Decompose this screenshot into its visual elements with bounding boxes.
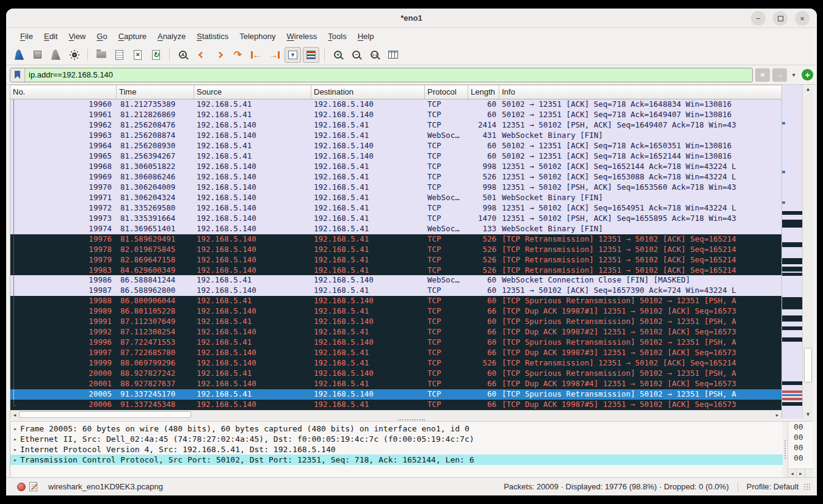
- menu-telephony[interactable]: Telephony: [234, 30, 281, 43]
- scroll-right-arrow[interactable]: ▸: [773, 411, 781, 419]
- packet-row-19992[interactable]: 1999287.112308254192.168.5.140192.168.5.…: [10, 327, 781, 337]
- packet-row-19987[interactable]: 1998786.588962800192.168.5.140192.168.5.…: [10, 286, 781, 296]
- filter-dropdown-caret[interactable]: ▾: [789, 71, 798, 78]
- filter-apply-button[interactable]: →: [772, 68, 787, 82]
- find-packet-button[interactable]: A: [175, 47, 191, 63]
- column-header-source[interactable]: Source: [194, 85, 311, 99]
- capture-comment-icon[interactable]: [29, 482, 37, 491]
- packet-row-19965[interactable]: 1996581.256394267192.168.5.41192.168.5.1…: [10, 151, 781, 162]
- packet-row-19991[interactable]: 1999187.112307649192.168.5.41192.168.5.1…: [10, 317, 781, 327]
- minimize-button[interactable]: −: [751, 11, 766, 26]
- go-to-packet-button[interactable]: ↷: [230, 47, 246, 63]
- zoom-out-button[interactable]: −: [348, 47, 364, 63]
- menu-tools[interactable]: Tools: [322, 30, 352, 43]
- menu-edit[interactable]: Edit: [38, 30, 63, 43]
- vscroll-thumb[interactable]: [804, 348, 812, 383]
- expander-icon[interactable]: ▸: [10, 455, 20, 465]
- profile-label[interactable]: Profile: Default: [747, 482, 799, 491]
- packet-row-19988[interactable]: 1998886.800906044192.168.5.41192.168.5.1…: [10, 296, 781, 306]
- scroll-up-arrow[interactable]: ▲: [803, 85, 813, 93]
- packet-row-19972[interactable]: 1997281.335269580192.168.5.140192.168.5.…: [10, 203, 781, 214]
- column-header-length[interactable]: Length: [468, 85, 499, 99]
- filter-clear-button[interactable]: ×: [755, 68, 770, 82]
- menu-help[interactable]: Help: [352, 30, 380, 43]
- open-file-button[interactable]: [93, 47, 109, 63]
- expert-info-icon[interactable]: [17, 483, 26, 491]
- column-header-time[interactable]: Time: [117, 85, 194, 99]
- detail-line-0[interactable]: ▸Frame 20005: 60 bytes on wire (480 bits…: [10, 423, 783, 434]
- packet-row-19974[interactable]: 1997481.369651401192.168.5.140192.168.5.…: [10, 224, 781, 234]
- resize-grip[interactable]: [803, 483, 811, 491]
- packet-row-20000[interactable]: 2000088.927827242192.168.5.41192.168.5.1…: [10, 369, 781, 379]
- packet-row-19996[interactable]: 1999687.722471553192.168.5.41192.168.5.1…: [10, 337, 781, 348]
- expander-icon[interactable]: ▸: [10, 434, 20, 444]
- scroll-left-arrow[interactable]: ◂: [10, 411, 19, 419]
- bytes-hscrollbar[interactable]: ◂ ▸: [788, 469, 813, 477]
- packet-row-19983[interactable]: 1998384.629600349192.168.5.140192.168.5.…: [10, 265, 781, 276]
- zoom-original-button[interactable]: 1:1: [366, 47, 383, 63]
- column-header-no[interactable]: No.: [10, 85, 117, 99]
- menu-analyze[interactable]: Analyze: [152, 30, 191, 43]
- save-file-button[interactable]: [111, 47, 128, 63]
- menu-statistics[interactable]: Statistics: [191, 30, 234, 43]
- menu-capture[interactable]: Capture: [113, 30, 152, 43]
- detail-line-2[interactable]: ▸Internet Protocol Version 4, Src: 192.1…: [10, 444, 783, 455]
- packet-row-19970[interactable]: 1997081.306204009192.168.5.140192.168.5.…: [10, 182, 781, 193]
- bytes-scroll-right-arrow[interactable]: ▸: [797, 469, 805, 478]
- close-button[interactable]: ×: [795, 11, 810, 26]
- packet-row-19964[interactable]: 1996481.256208930192.168.5.41192.168.5.1…: [10, 141, 781, 151]
- filter-add-button[interactable]: +: [802, 69, 813, 81]
- packet-row-19971[interactable]: 1997181.306204324192.168.5.140192.168.5.…: [10, 193, 781, 203]
- stop-capture-button[interactable]: [29, 47, 46, 63]
- packet-row-19989[interactable]: 1998986.801105228192.168.5.140192.168.5.…: [10, 306, 781, 317]
- packet-row-19960[interactable]: 1996081.212735389192.168.5.41192.168.5.1…: [10, 99, 781, 110]
- packet-row-19961[interactable]: 1996181.212826869192.168.5.41192.168.5.1…: [10, 110, 781, 120]
- title-bar[interactable]: *eno1 − ×: [6, 9, 817, 28]
- menu-wireless[interactable]: Wireless: [281, 30, 323, 43]
- intelligent-scrollbar-minimap[interactable]: [781, 85, 802, 419]
- zoom-in-button[interactable]: +: [330, 47, 346, 63]
- hscroll-thumb[interactable]: [19, 411, 191, 418]
- close-file-button[interactable]: ×: [129, 47, 146, 63]
- packet-list-vscrollbar[interactable]: ▲ ▼: [802, 85, 813, 419]
- first-packet-button[interactable]: ←: [248, 47, 264, 63]
- expander-icon[interactable]: ▸: [10, 444, 20, 455]
- packet-row-19979[interactable]: 1997982.869647158192.168.5.140192.168.5.…: [10, 255, 781, 265]
- packet-row-19976[interactable]: 1997681.589629491192.168.5.140192.168.5.…: [10, 234, 781, 245]
- packet-row-19973[interactable]: 1997381.335391664192.168.5.140192.168.5.…: [10, 214, 781, 224]
- column-header-destination[interactable]: Destination: [311, 85, 425, 99]
- detail-line-3[interactable]: ▸Transmission Control Protocol, Src Port…: [10, 455, 783, 465]
- packet-row-19962[interactable]: 1996281.256208476192.168.5.140192.168.5.…: [10, 120, 781, 131]
- reload-file-button[interactable]: ↻: [148, 47, 164, 63]
- scroll-down-arrow[interactable]: ▼: [803, 410, 813, 419]
- detail-line-1[interactable]: ▸Ethernet II, Src: Dell_02:4a:45 (74:78:…: [10, 434, 783, 444]
- expander-icon[interactable]: ▸: [10, 423, 20, 434]
- packet-row-20001[interactable]: 2000188.927827637192.168.5.140192.168.5.…: [10, 379, 781, 389]
- packet-list-hscrollbar[interactable]: ◂ ▸: [10, 410, 781, 419]
- column-header-info[interactable]: Info: [499, 85, 781, 99]
- maximize-button[interactable]: [773, 11, 788, 26]
- packet-row-19986[interactable]: 1998686.588841244192.168.5.41192.168.5.1…: [10, 275, 781, 286]
- vertical-splitter[interactable]: [783, 422, 788, 477]
- packet-row-19997[interactable]: 1999787.722685780192.168.5.140192.168.5.…: [10, 348, 781, 358]
- menu-go[interactable]: Go: [91, 30, 112, 43]
- packet-row-19999[interactable]: 1999988.069799296192.168.5.140192.168.5.…: [10, 358, 781, 369]
- last-packet-button[interactable]: →: [266, 47, 283, 63]
- packet-row-19969[interactable]: 1996981.306086246192.168.5.140192.168.5.…: [10, 172, 781, 182]
- next-packet-button[interactable]: [211, 47, 228, 63]
- capture-options-button[interactable]: [66, 47, 82, 63]
- start-capture-button[interactable]: [11, 47, 27, 63]
- bytes-scroll-left-arrow[interactable]: ◂: [788, 469, 797, 478]
- packet-row-19968[interactable]: 1996881.306051822192.168.5.140192.168.5.…: [10, 162, 781, 172]
- packet-row-19963[interactable]: 1996381.256208874192.168.5.140192.168.5.…: [10, 131, 781, 141]
- colorize-button[interactable]: [303, 47, 319, 63]
- resize-columns-button[interactable]: [385, 47, 401, 63]
- filter-bookmark-button[interactable]: [10, 68, 25, 82]
- packet-row-19978[interactable]: 1997882.019675845192.168.5.140192.168.5.…: [10, 245, 781, 255]
- menu-view[interactable]: View: [63, 30, 91, 43]
- column-header-protocol[interactable]: Protocol: [425, 85, 468, 99]
- previous-packet-button[interactable]: [193, 47, 209, 63]
- display-filter-input[interactable]: ip.addr==192.168.5.140: [10, 68, 753, 82]
- auto-scroll-button[interactable]: ▼: [285, 47, 301, 63]
- menu-file[interactable]: File: [15, 30, 38, 43]
